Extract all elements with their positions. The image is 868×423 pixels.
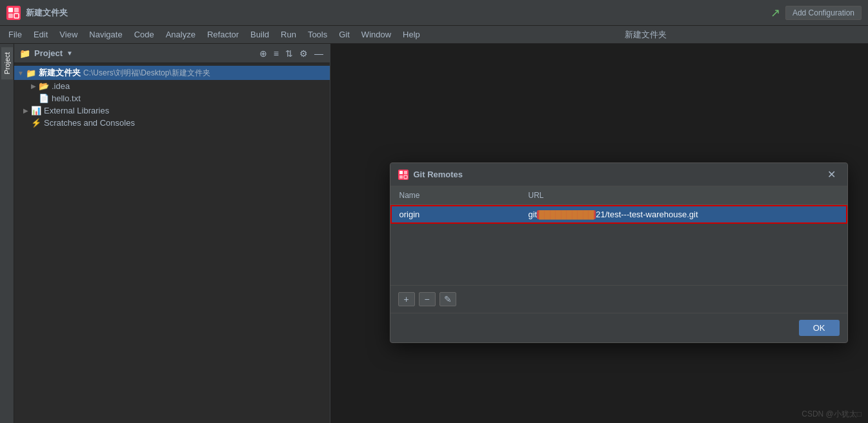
menu-help[interactable]: Help: [398, 28, 425, 41]
remote-url-cell: git██████████21/test---test-warehouse.gi…: [520, 205, 847, 224]
add-remote-button[interactable]: +: [398, 292, 415, 306]
idea-folder-label: .idea: [52, 81, 70, 91]
url-suffix: 21/test---test-warehouse.git: [596, 210, 698, 219]
menu-code[interactable]: Code: [129, 28, 159, 41]
txt-file-icon: 📄: [39, 93, 49, 103]
url-redacted: ██████████: [537, 210, 596, 219]
title-bar: 新建文件夹 ↗ Add Configuration: [0, 0, 868, 26]
expand-icon: ▼: [17, 70, 25, 77]
svg-rect-1: [8, 8, 13, 12]
project-folder-icon: 📁: [26, 68, 36, 78]
menu-bar: File Edit View Navigate Code Analyze Ref…: [0, 26, 868, 44]
project-panel-header: 📁 Project ▼ ⊕ ≡ ⇅ ⚙ —: [14, 44, 330, 63]
edit-remote-button[interactable]: ✎: [439, 292, 456, 306]
git-remotes-dialog: Git Remotes ✕ Name URL: [390, 162, 848, 343]
idea-folder-icon: 📂: [39, 81, 49, 91]
collapse-all-icon[interactable]: ≡: [272, 47, 280, 60]
panel-dropdown-arrow[interactable]: ▼: [66, 50, 73, 57]
svg-rect-4: [14, 14, 19, 18]
root-path: C:\Users\刘明福\Desktop\新建文件夹: [83, 68, 210, 79]
tree-external-libraries[interactable]: ▶ 📊 External Libraries: [14, 104, 330, 117]
panel-icons: ⊕ ≡ ⇅ ⚙ —: [258, 47, 325, 60]
window-title: 新建文件夹: [427, 29, 865, 41]
menu-window[interactable]: Window: [356, 28, 396, 41]
dialog-overlay: Git Remotes ✕ Name URL: [330, 44, 868, 423]
panel-title: Project: [34, 48, 63, 58]
root-name: 新建文件夹: [39, 67, 81, 79]
svg-rect-6: [399, 171, 403, 174]
external-libraries-label: External Libraries: [44, 106, 109, 115]
editor-area: Search Everywhere Double Shift Git Remot…: [330, 44, 868, 423]
scratches-icon: ⚡: [31, 118, 41, 128]
menu-file[interactable]: File: [3, 28, 27, 41]
svg-rect-8: [399, 175, 403, 179]
menu-navigate[interactable]: Navigate: [84, 28, 127, 41]
dialog-title-bar: Git Remotes ✕: [390, 163, 847, 186]
menu-edit[interactable]: Edit: [28, 28, 53, 41]
table-header-name: Name: [390, 186, 520, 205]
main-layout: Project 📁 Project ▼ ⊕ ≡ ⇅ ⚙ — ▼ 📁 新建文件夹 …: [0, 44, 868, 423]
dialog-footer: OK: [390, 313, 847, 342]
expand-all-icon[interactable]: ⇅: [284, 47, 294, 60]
menu-refactor[interactable]: Refactor: [202, 28, 244, 41]
remotes-table: Name URL origin git██████████21/test---t…: [390, 186, 847, 224]
menu-view[interactable]: View: [54, 28, 83, 41]
expand-libraries-icon: ▶: [22, 107, 30, 114]
sidebar-tab-project[interactable]: Project: [1, 47, 13, 79]
tree-idea-folder[interactable]: ▶ 📂 .idea: [14, 80, 330, 92]
dialog-title-text: Git Remotes: [414, 170, 823, 179]
svg-rect-9: [404, 175, 407, 179]
tree-hello-txt[interactable]: ▶ 📄 hello.txt: [14, 92, 330, 104]
menu-git[interactable]: Git: [334, 28, 355, 41]
locate-icon[interactable]: ⊕: [258, 47, 268, 60]
dialog-body: Name URL origin git██████████21/test---t…: [390, 186, 847, 285]
sidebar-tabs: Project: [0, 44, 14, 423]
project-title: 新建文件夹: [26, 7, 771, 19]
close-panel-icon[interactable]: —: [313, 47, 325, 60]
tree-scratches[interactable]: ▶ ⚡ Scratches and Consoles: [14, 117, 330, 129]
title-bar-right: ↗ Add Configuration: [771, 6, 862, 20]
external-libraries-icon: 📊: [31, 106, 41, 115]
svg-rect-2: [14, 8, 19, 12]
remove-remote-button[interactable]: −: [419, 292, 436, 306]
remote-name-cell: origin: [390, 205, 520, 224]
scratches-label: Scratches and Consoles: [44, 118, 135, 128]
table-row[interactable]: origin git██████████21/test---test-wareh…: [390, 205, 847, 224]
url-prefix: git: [529, 210, 538, 219]
dialog-close-button[interactable]: ✕: [823, 167, 840, 182]
menu-tools[interactable]: Tools: [303, 28, 332, 41]
menu-run[interactable]: Run: [276, 28, 301, 41]
run-config-icon: ↗: [771, 6, 780, 20]
add-configuration-button[interactable]: Add Configuration: [785, 6, 862, 20]
project-panel: 📁 Project ▼ ⊕ ≡ ⇅ ⚙ — ▼ 📁 新建文件夹 C:\Users…: [14, 44, 330, 423]
file-tree: ▼ 📁 新建文件夹 C:\Users\刘明福\Desktop\新建文件夹 ▶ 📂…: [14, 63, 330, 423]
hello-txt-label: hello.txt: [52, 93, 81, 103]
table-header-row: Name URL: [390, 186, 847, 205]
menu-analyze[interactable]: Analyze: [161, 28, 201, 41]
svg-rect-3: [8, 14, 13, 18]
tree-root-item[interactable]: ▼ 📁 新建文件夹 C:\Users\刘明福\Desktop\新建文件夹: [14, 66, 330, 80]
app-logo-icon: [6, 6, 21, 20]
dialog-toolbar: + − ✎: [390, 285, 847, 313]
table-header-url: URL: [520, 186, 847, 205]
menu-build[interactable]: Build: [245, 28, 274, 41]
svg-rect-7: [404, 171, 407, 174]
expand-icon: ▶: [30, 83, 37, 90]
dialog-logo-icon: [398, 170, 409, 180]
folder-icon: 📁: [19, 48, 30, 59]
ok-button[interactable]: OK: [799, 320, 840, 336]
settings-icon[interactable]: ⚙: [298, 47, 309, 60]
